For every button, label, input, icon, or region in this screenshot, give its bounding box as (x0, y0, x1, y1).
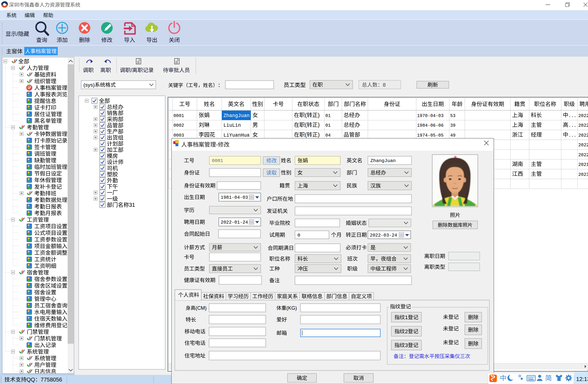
svg-text:1974-05-05: 1974-05-05 (417, 133, 444, 138)
svg-text:0001: 0001 (173, 113, 184, 118)
svg-text:...: ... (568, 123, 576, 128)
svg-text:04: 04 (325, 133, 331, 138)
svg-text:7758056: 7758056 (41, 377, 62, 383)
svg-text:1981-04-03: 1981-04-03 (221, 195, 248, 200)
svg-text:(: ( (305, 132, 307, 138)
svg-text:2021: 2021 (578, 162, 588, 167)
svg-text:2022-03-24: 2022-03-24 (370, 233, 397, 238)
svg-text:1984-06-06: 1984-06-06 (417, 123, 444, 128)
svg-text:8: 8 (383, 82, 386, 88)
svg-text:0: 0 (297, 233, 300, 238)
svg-text:2022: 2022 (578, 143, 588, 148)
svg-text:2022: 2022 (578, 153, 588, 158)
svg-text:01: 01 (325, 113, 331, 118)
svg-text:31: 31 (129, 202, 135, 208)
svg-text:3: 3 (405, 342, 408, 348)
svg-text:1: 1 (405, 314, 408, 320)
svg-text:/: / (17, 31, 18, 37)
svg-text:0003: 0003 (173, 133, 184, 138)
svg-text:): ) (318, 112, 320, 118)
svg-text:2022: 2022 (578, 123, 588, 128)
svg-text:2022: 2022 (578, 113, 588, 118)
svg-text:QQ: QQ (27, 377, 35, 383)
svg-text:1970-04-03: 1970-04-03 (417, 113, 444, 118)
svg-text:12:13: 12:13 (576, 376, 588, 382)
svg-text:LiYuanHua: LiYuanHua (223, 133, 250, 138)
svg-text:-: - (216, 141, 218, 148)
svg-text:(KG): (KG) (286, 305, 297, 311)
svg-text:39: 39 (450, 123, 455, 128)
svg-text:2022-01-24: 2022-01-24 (221, 220, 248, 225)
svg-text:...: ... (568, 133, 576, 138)
svg-text:): ) (318, 132, 320, 138)
svg-text:2: 2 (405, 329, 408, 334)
svg-text:2022: 2022 (578, 133, 588, 138)
svg-text:...: ... (568, 113, 576, 118)
svg-text:/: / (131, 67, 132, 73)
svg-text:0002: 0002 (173, 123, 184, 128)
svg-text:ZhangJuan: ZhangJuan (370, 158, 396, 163)
svg-text:53: 53 (450, 113, 455, 118)
svg-text:(: ( (305, 122, 307, 128)
svg-text:2023: 2023 (578, 172, 588, 177)
svg-text:ZhangJuan: ZhangJuan (223, 113, 250, 118)
svg-text:(sys): (sys) (83, 82, 95, 88)
svg-text:01: 01 (325, 123, 331, 128)
svg-text:(: ( (305, 112, 307, 118)
svg-text:0001: 0001 (212, 158, 223, 163)
svg-text:LiuLin: LiuLin (223, 123, 241, 128)
svg-text:(CM): (CM) (196, 305, 207, 311)
svg-text:): ) (318, 122, 320, 128)
svg-text:49: 49 (450, 133, 455, 138)
